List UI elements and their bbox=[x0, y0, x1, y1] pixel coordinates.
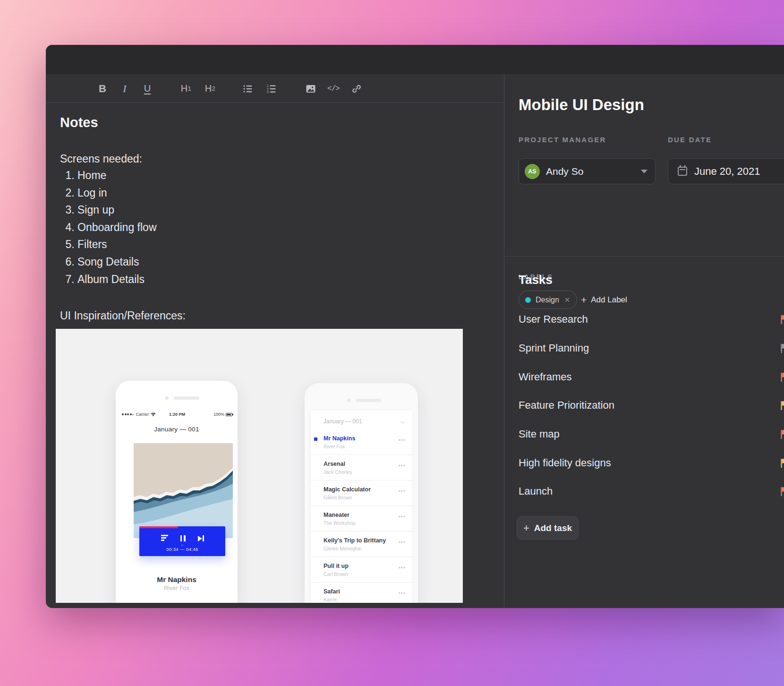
code-button[interactable]: </> bbox=[325, 74, 341, 103]
battery-icon bbox=[226, 413, 232, 416]
screens-list-item: Album Details bbox=[77, 271, 504, 288]
player-progress bbox=[139, 526, 178, 528]
due-date-value: June 20, 2021 bbox=[694, 165, 760, 178]
task-row[interactable]: Site map bbox=[504, 420, 784, 449]
song-row: ManeaterThe Workshop••• bbox=[311, 506, 412, 532]
heading2-button[interactable]: H2 bbox=[202, 74, 218, 103]
task-title: Site map bbox=[519, 428, 560, 440]
plus-icon: + bbox=[581, 294, 587, 306]
italic-button[interactable]: I bbox=[117, 74, 133, 103]
section-divider bbox=[504, 256, 784, 257]
song-title: Pull it up bbox=[324, 563, 405, 569]
song-artist: River Fox bbox=[324, 444, 405, 449]
project-details-pane: Mobile UI Design PROJECT MANAGER DUE DAT… bbox=[504, 74, 784, 608]
song-row: ArsenalJack Chorley••• bbox=[311, 455, 412, 480]
bullet-list-icon bbox=[243, 84, 253, 94]
heading1-button[interactable]: H1 bbox=[178, 74, 194, 103]
song-artist: The Workshop bbox=[324, 520, 405, 526]
task-row[interactable]: Wireframes bbox=[504, 362, 784, 391]
song-artist: Glenn Brown bbox=[324, 495, 405, 500]
music-player-bar: ⌄ 00:34 — 04:46 bbox=[139, 526, 225, 556]
link-icon bbox=[351, 84, 362, 94]
references-label: UI Inspiration/References: bbox=[60, 309, 504, 322]
task-list: User ResearchSprint PlanningWireframesFe… bbox=[504, 305, 784, 506]
song-title: Arsenal bbox=[324, 461, 405, 467]
player-time: 00:34 — 04:46 bbox=[139, 547, 225, 552]
remove-label-icon[interactable]: ✕ bbox=[564, 296, 571, 304]
phone-mockup-player: Carrier 1:20 PM 100% January — 001 bbox=[116, 381, 238, 603]
due-date-label: DUE DATE bbox=[668, 136, 712, 144]
screens-list-item: Onboarding flow bbox=[77, 219, 504, 236]
screens-list-item: Song Details bbox=[77, 253, 504, 271]
bullet-list-button[interactable] bbox=[240, 74, 256, 103]
playlist-title: January — 001 bbox=[116, 426, 238, 433]
more-options-icon: ••• bbox=[398, 590, 406, 597]
plus-icon: + bbox=[523, 522, 529, 534]
task-title: User Research bbox=[519, 313, 588, 326]
priority-flag-icon bbox=[779, 486, 784, 497]
task-row[interactable]: Sprint Planning bbox=[504, 334, 784, 363]
song-title: Maneater bbox=[324, 512, 405, 518]
priority-flag-icon bbox=[779, 372, 784, 382]
priority-flag-icon bbox=[779, 400, 784, 411]
song-row: Pull it upCarl Brown••• bbox=[311, 557, 412, 583]
notes-intro: Screens needed: bbox=[60, 153, 504, 165]
due-date-picker[interactable]: June 20, 2021 bbox=[668, 158, 784, 184]
task-row[interactable]: User Research bbox=[504, 305, 784, 334]
task-title: Launch bbox=[519, 485, 553, 497]
task-row[interactable]: Feature Prioritization bbox=[504, 391, 784, 420]
song-row: SafariKarrie••• bbox=[311, 583, 412, 603]
project-manager-name: Andy So bbox=[546, 166, 583, 177]
link-button[interactable] bbox=[349, 74, 365, 103]
editor-toolbar: B I U H1 H2 123 </> bbox=[46, 74, 504, 103]
queue-icon[interactable] bbox=[161, 535, 168, 542]
bold-button[interactable]: B bbox=[94, 74, 111, 103]
window-titlebar bbox=[46, 45, 784, 74]
app-window: B I U H1 H2 123 </> No bbox=[46, 45, 784, 608]
priority-flag-icon bbox=[779, 458, 784, 468]
notes-editor[interactable]: Notes Screens needed: HomeLog inSign upO… bbox=[46, 103, 504, 608]
more-options-icon: ••• bbox=[398, 514, 406, 520]
task-title: Wireframes bbox=[519, 371, 571, 383]
underline-button[interactable]: U bbox=[139, 74, 155, 103]
more-options-icon: ••• bbox=[398, 565, 406, 571]
task-row[interactable]: High fidelity designs bbox=[504, 448, 784, 477]
priority-flag-icon bbox=[779, 429, 784, 439]
numbered-list-button[interactable]: 123 bbox=[264, 74, 280, 103]
insert-image-button[interactable] bbox=[303, 74, 319, 103]
task-title: Feature Prioritization bbox=[519, 399, 614, 412]
task-title: High fidelity designs bbox=[519, 457, 611, 469]
more-options-icon: ••• bbox=[398, 437, 406, 444]
phone-camera-dot bbox=[165, 396, 169, 400]
current-song-artist: River Fox bbox=[116, 585, 238, 592]
next-track-icon[interactable] bbox=[198, 535, 204, 541]
song-title: Kelly's Trip to Brittany bbox=[324, 537, 405, 544]
phone-status-bar: Carrier 1:20 PM 100% bbox=[122, 411, 232, 418]
numbered-list-icon: 123 bbox=[266, 84, 277, 94]
priority-flag-icon bbox=[779, 314, 784, 325]
pause-icon[interactable] bbox=[180, 535, 186, 541]
song-artist: Gleren Meneghin bbox=[324, 546, 405, 551]
song-artist: Karrie bbox=[324, 597, 405, 602]
screens-list-item: Home bbox=[77, 167, 504, 184]
phone-camera-dot bbox=[347, 399, 350, 402]
song-artist: Carl Brown bbox=[324, 571, 405, 577]
song-artist: Jack Chorley bbox=[324, 469, 405, 475]
tasks-heading: Tasks bbox=[519, 273, 553, 287]
current-song-title: Mr Napkins bbox=[116, 575, 238, 584]
project-manager-select[interactable]: AS Andy So bbox=[519, 158, 656, 184]
add-task-button[interactable]: + Add task bbox=[517, 516, 579, 540]
svg-text:3: 3 bbox=[267, 90, 269, 94]
phone-speaker bbox=[356, 399, 381, 402]
screens-list-item: Sign up bbox=[77, 201, 504, 219]
task-row[interactable]: Launch bbox=[504, 477, 784, 506]
image-icon bbox=[306, 84, 316, 94]
more-options-icon: ••• bbox=[398, 463, 406, 469]
songlist-header: January — 001 bbox=[324, 418, 362, 425]
chevron-down-icon bbox=[641, 170, 648, 173]
more-options-icon: ••• bbox=[398, 539, 406, 546]
active-song-marker bbox=[314, 437, 317, 441]
inspiration-image: Carrier 1:20 PM 100% January — 001 bbox=[56, 329, 463, 603]
avatar: AS bbox=[525, 164, 540, 179]
label-name: Design bbox=[536, 296, 559, 304]
